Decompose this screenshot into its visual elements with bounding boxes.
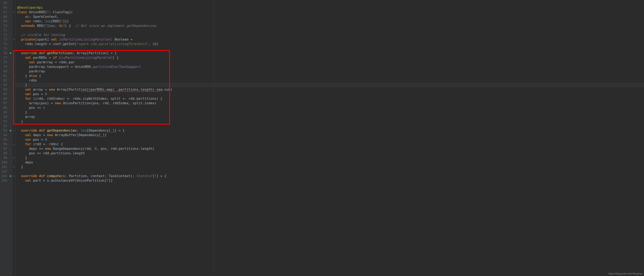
line-number: 72 bbox=[1, 33, 7, 37]
fold-toggle-icon[interactable]: ⊟ bbox=[13, 57, 15, 59]
code-area[interactable]: @DeveloperApi class UnionRDD[T: ClassTag… bbox=[16, 0, 644, 276]
line-number: 75 bbox=[1, 46, 7, 51]
code-line[interactable]: extends RDD[T](sc, Nil) { // Nil since w… bbox=[17, 24, 644, 28]
line-number: 104 bbox=[1, 178, 7, 183]
code-line[interactable]: pos += 1 bbox=[17, 105, 644, 110]
fold-toggle-icon[interactable]: ⊟ bbox=[13, 39, 15, 41]
fold-column[interactable]: ⊟⊟⊟⊟⊟⊟⊟⊟⊟⊟⊟⊟⊟⊟ bbox=[12, 0, 16, 276]
code-line[interactable]: } bbox=[17, 119, 644, 124]
fold-toggle-icon[interactable]: ⊟ bbox=[13, 120, 15, 122]
fold-toggle-icon[interactable]: ⊟ bbox=[13, 129, 15, 131]
line-number: 70 bbox=[1, 24, 7, 28]
line-number: 73 bbox=[1, 37, 7, 42]
code-line[interactable]: } bbox=[17, 110, 644, 115]
line-number: 83 bbox=[1, 83, 7, 87]
code-line[interactable]: override def compute(s: Partition, conte… bbox=[17, 174, 644, 178]
gutter-marker-icon[interactable] bbox=[10, 130, 11, 131]
code-line[interactable]: private[spark] val isPartitionListingPar… bbox=[17, 37, 644, 42]
line-number: 85 bbox=[1, 92, 7, 96]
fold-toggle-icon[interactable]: ⊟ bbox=[13, 84, 15, 86]
code-line[interactable]: deps += new RangeDependency(rdd, 0, pos,… bbox=[17, 147, 644, 151]
line-number: 66 bbox=[1, 5, 7, 10]
fold-toggle-icon[interactable]: ⊟ bbox=[13, 143, 15, 145]
code-line[interactable]: var pos = 0 bbox=[17, 92, 644, 96]
line-number: 79 bbox=[1, 65, 7, 69]
gutter-marker-icon[interactable] bbox=[10, 175, 11, 177]
code-line[interactable]: parArray.tasksupport = UnionRDD.partitio… bbox=[17, 65, 644, 69]
line-number: 102 bbox=[1, 169, 7, 174]
code-line[interactable]: sc: SparkContext, bbox=[17, 15, 644, 19]
line-number: 86 bbox=[1, 96, 7, 101]
gutter-marker-icon[interactable] bbox=[10, 52, 11, 54]
line-number: 69 bbox=[1, 19, 7, 24]
code-line[interactable]: val deps = new ArrayBuffer[Dependency[_]… bbox=[17, 133, 644, 137]
code-line[interactable]: override def getDependencies: Seq[Depend… bbox=[17, 128, 644, 133]
code-line[interactable]: for (rdd <- rdds) { bbox=[17, 142, 644, 147]
code-line[interactable]: class UnionRDD[T: ClassTag]( bbox=[17, 10, 644, 15]
line-number: 67 bbox=[1, 10, 7, 15]
code-line[interactable] bbox=[17, 169, 644, 174]
code-line[interactable] bbox=[17, 28, 644, 33]
code-line[interactable] bbox=[17, 124, 644, 128]
line-number: 94 bbox=[1, 133, 7, 137]
line-number-gutter: 6566676869707172737475767778798081828384… bbox=[0, 0, 9, 276]
code-line[interactable]: // visible for testing bbox=[17, 33, 644, 37]
code-line[interactable]: val parArray = rdds.par bbox=[17, 60, 644, 65]
code-line[interactable]: val part = s.asInstanceOf[UnionPartition… bbox=[17, 178, 644, 183]
code-line[interactable]: deps bbox=[17, 160, 644, 165]
code-line[interactable]: } bbox=[17, 156, 644, 160]
fold-toggle-icon[interactable]: ⊟ bbox=[13, 11, 15, 13]
line-number: 80 bbox=[1, 69, 7, 74]
line-number: 90 bbox=[1, 115, 7, 119]
marker-column bbox=[9, 0, 12, 276]
code-line[interactable]: array(pos) = new UnionPartition(pos, rdd… bbox=[17, 101, 644, 105]
line-number: 100 bbox=[1, 160, 7, 165]
code-line[interactable]: parArray bbox=[17, 69, 644, 74]
code-line[interactable]: val parRDDs = if (isPartitionListingPara… bbox=[17, 55, 644, 60]
fold-toggle-icon[interactable]: ⊟ bbox=[13, 52, 15, 54]
code-line[interactable]: rdds.length > conf.getInt("spark.rdd.par… bbox=[17, 42, 644, 46]
code-line[interactable]: var rdds: Seq[RDD[T]]) bbox=[17, 19, 644, 24]
line-number: 65 bbox=[1, 1, 7, 5]
line-number: 87 bbox=[1, 101, 7, 105]
fold-toggle-icon[interactable]: ⊟ bbox=[13, 111, 15, 113]
code-line[interactable]: } bbox=[17, 83, 644, 87]
line-number: 95 bbox=[1, 137, 7, 142]
code-line[interactable]: array bbox=[17, 115, 644, 119]
line-number: 78 bbox=[1, 60, 7, 65]
code-line[interactable] bbox=[17, 46, 644, 51]
fold-toggle-icon[interactable]: ⊟ bbox=[13, 157, 15, 159]
line-number: 76 bbox=[1, 51, 7, 55]
line-number: 68 bbox=[1, 15, 7, 19]
right-margin-guide bbox=[214, 0, 214, 276]
code-line[interactable]: rdds bbox=[17, 78, 644, 83]
line-number: 71 bbox=[1, 28, 7, 33]
fold-toggle-icon[interactable]: ⊟ bbox=[13, 98, 15, 100]
code-editor[interactable]: 6566676869707172737475767778798081828384… bbox=[0, 0, 644, 276]
line-number: 74 bbox=[1, 42, 7, 46]
fold-toggle-icon[interactable]: ⊟ bbox=[13, 166, 15, 168]
line-number: 101 bbox=[1, 165, 7, 169]
line-number: 97 bbox=[1, 147, 7, 151]
code-line[interactable]: for ((rdd, rddIndex) <- rdds.zipWithInde… bbox=[17, 96, 644, 101]
line-number: 98 bbox=[1, 151, 7, 156]
line-number: 81 bbox=[1, 74, 7, 78]
fold-toggle-icon[interactable]: ⊟ bbox=[13, 75, 15, 77]
code-line[interactable]: var pos = 0 bbox=[17, 137, 644, 142]
line-number: 93 bbox=[1, 128, 7, 133]
line-number: 89 bbox=[1, 110, 7, 115]
code-line[interactable] bbox=[17, 1, 644, 5]
line-number: 96 bbox=[1, 142, 7, 147]
line-number: 84 bbox=[1, 87, 7, 92]
code-line[interactable]: override def getPartitions: Array[Partit… bbox=[17, 51, 644, 55]
watermark-text: https://blog.csdn.net/oTengYue bbox=[608, 272, 642, 275]
code-line[interactable]: } else { bbox=[17, 74, 644, 78]
code-line[interactable]: val array = new Array[Partition](parRDDs… bbox=[17, 87, 644, 92]
line-number: 82 bbox=[1, 78, 7, 83]
line-number: 77 bbox=[1, 55, 7, 60]
code-line[interactable]: @DeveloperApi bbox=[17, 5, 644, 10]
code-line[interactable]: pos += rdd.partitions.length bbox=[17, 151, 644, 156]
code-line[interactable]: } bbox=[17, 165, 644, 169]
line-number: 88 bbox=[1, 105, 7, 110]
fold-toggle-icon[interactable]: ⊟ bbox=[13, 175, 15, 177]
